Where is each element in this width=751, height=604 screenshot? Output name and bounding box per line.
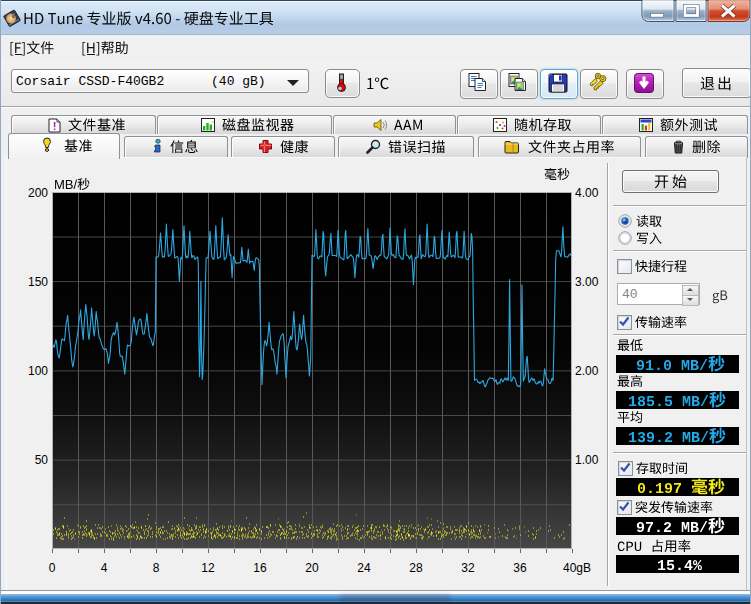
svg-text:!: ! bbox=[53, 120, 57, 132]
